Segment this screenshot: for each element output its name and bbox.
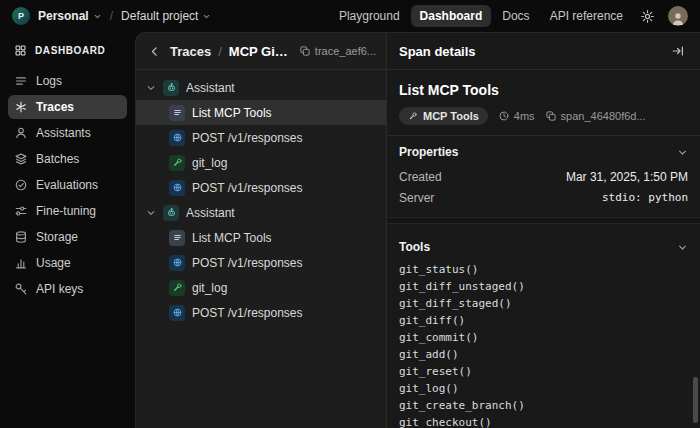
sidebar: DASHBOARD Logs Traces Assistants Batches… <box>0 32 135 428</box>
traces-icon <box>14 100 28 114</box>
span-duration: 4ms <box>498 110 535 122</box>
sidebar-item-api-keys[interactable]: API keys <box>8 277 127 301</box>
sidebar-item-label: Fine-tuning <box>36 204 96 218</box>
tree-row-git-log[interactable]: git_log <box>136 150 386 175</box>
app-screen: P Personal / Default project Playground … <box>0 0 700 428</box>
globe-icon <box>169 130 185 146</box>
span-title: List MCP Tools <box>399 82 688 98</box>
tree-row-label: Assistant <box>186 206 235 220</box>
sidebar-item-storage[interactable]: Storage <box>8 225 127 249</box>
globe-icon <box>169 180 185 196</box>
trace-view: Traces / MCP Git Example trace_aef6... A… <box>136 33 386 428</box>
sidebar-item-batches[interactable]: Batches <box>8 147 127 171</box>
trace-title: MCP Git Example <box>229 44 292 59</box>
chevron-left-icon <box>148 45 161 58</box>
trace-tree: Assistant List MCP Tools POST /v1/respon… <box>136 70 386 330</box>
chevron-down-icon <box>93 12 102 21</box>
user-avatar[interactable] <box>668 6 688 26</box>
sidebar-item-assistants[interactable]: Assistants <box>8 121 127 145</box>
sidebar-item-label: Usage <box>36 256 71 270</box>
property-row: Server stdio: python <box>399 187 688 208</box>
span-id-badge[interactable]: span_46480f6d... <box>545 110 646 122</box>
tree-row-label: POST /v1/responses <box>192 256 303 270</box>
sidebar-item-logs[interactable]: Logs <box>8 69 127 93</box>
sidebar-item-usage[interactable]: Usage <box>8 251 127 275</box>
tree-row-post-responses[interactable]: POST /v1/responses <box>136 175 386 200</box>
property-key: Created <box>399 170 442 184</box>
tree-row-list-mcp-tools[interactable]: List MCP Tools <box>136 225 386 250</box>
section-separator <box>387 217 700 224</box>
panel-body: List MCP Tools MCP Tools 4ms span_46 <box>387 70 700 428</box>
breadcrumb-traces-link[interactable]: Traces <box>170 44 211 59</box>
org-picker[interactable]: Personal <box>38 9 102 23</box>
tool-item: git_diff_unstaged() <box>399 278 688 295</box>
tree-row-list-mcp-tools[interactable]: List MCP Tools <box>136 100 386 125</box>
properties-section-header[interactable]: Properties <box>399 145 688 159</box>
span-type-badge[interactable]: MCP Tools <box>399 107 488 125</box>
project-picker[interactable]: Default project <box>121 9 211 23</box>
tree-group-assistant[interactable]: Assistant <box>136 200 386 225</box>
person-icon <box>670 10 686 26</box>
storage-icon <box>14 230 28 244</box>
nav-dashboard[interactable]: Dashboard <box>411 5 492 27</box>
tree-row-post-responses[interactable]: POST /v1/responses <box>136 300 386 325</box>
tree-row-post-responses[interactable]: POST /v1/responses <box>136 250 386 275</box>
globe-icon <box>169 255 185 271</box>
section-title: Tools <box>399 240 430 254</box>
logs-icon <box>14 74 28 88</box>
sidebar-item-label: API keys <box>36 282 83 296</box>
org-name: Personal <box>38 9 89 23</box>
content-area: Traces / MCP Git Example trace_aef6... A… <box>135 32 700 428</box>
span-id-text: span_46480f6d... <box>561 110 646 122</box>
tree-row-label: git_log <box>192 156 227 170</box>
tree-row-label: List MCP Tools <box>192 106 272 120</box>
globe-icon <box>169 305 185 321</box>
tool-item: git_diff() <box>399 312 688 329</box>
nav-playground[interactable]: Playground <box>330 5 409 27</box>
span-badges: MCP Tools 4ms span_46480f6d... <box>399 107 688 125</box>
chevron-down-icon[interactable] <box>146 83 156 93</box>
nav-api-reference[interactable]: API reference <box>541 5 632 27</box>
tree-row-label: POST /v1/responses <box>192 306 303 320</box>
chevron-down-icon[interactable] <box>146 208 156 218</box>
batches-icon <box>14 152 28 166</box>
sidebar-item-evaluations[interactable]: Evaluations <box>8 173 127 197</box>
key-icon <box>14 282 28 296</box>
collapse-panel-button[interactable] <box>668 39 688 63</box>
trace-id-badge[interactable]: trace_aef6... <box>299 45 376 57</box>
panel-scrollbar[interactable] <box>693 377 698 423</box>
tree-row-label: POST /v1/responses <box>192 181 303 195</box>
sidebar-item-traces[interactable]: Traces <box>8 95 127 119</box>
assistants-icon <box>14 126 28 140</box>
tree-group-assistant[interactable]: Assistant <box>136 75 386 100</box>
project-name: Default project <box>121 9 198 23</box>
sidebar-header-dashboard[interactable]: DASHBOARD <box>8 42 127 67</box>
tool-item: git_reset() <box>399 363 688 380</box>
sidebar-item-label: Assistants <box>36 126 91 140</box>
tool-item: git_add() <box>399 346 688 363</box>
trace-header: Traces / MCP Git Example trace_aef6... <box>136 33 386 70</box>
tree-row-git-log[interactable]: git_log <box>136 275 386 300</box>
tools-section-header[interactable]: Tools <box>399 240 688 254</box>
tool-item: git_commit() <box>399 329 688 346</box>
org-logo[interactable]: P <box>12 7 30 25</box>
app-body: DASHBOARD Logs Traces Assistants Batches… <box>0 32 700 428</box>
mcp-tools-icon <box>169 230 185 246</box>
fine-tuning-icon <box>14 204 28 218</box>
chevron-down-icon <box>677 147 688 158</box>
property-row: Created Mar 31, 2025, 1:50 PM <box>399 166 688 187</box>
properties-section: Properties Created Mar 31, 2025, 1:50 PM… <box>399 136 688 210</box>
span-duration-text: 4ms <box>514 110 535 122</box>
tool-item: git_diff_staged() <box>399 295 688 312</box>
nav-docs[interactable]: Docs <box>493 5 538 27</box>
tree-row-label: git_log <box>192 281 227 295</box>
tree-row-post-responses[interactable]: POST /v1/responses <box>136 125 386 150</box>
back-button[interactable] <box>146 43 163 60</box>
sidebar-item-fine-tuning[interactable]: Fine-tuning <box>8 199 127 223</box>
mcp-tools-icon <box>169 105 185 121</box>
panel-header: Span details <box>387 33 700 70</box>
tool-item: git_checkout() <box>399 414 688 428</box>
sidebar-item-label: Logs <box>36 74 62 88</box>
panel-title: Span details <box>399 44 476 59</box>
settings-button[interactable] <box>634 4 660 28</box>
